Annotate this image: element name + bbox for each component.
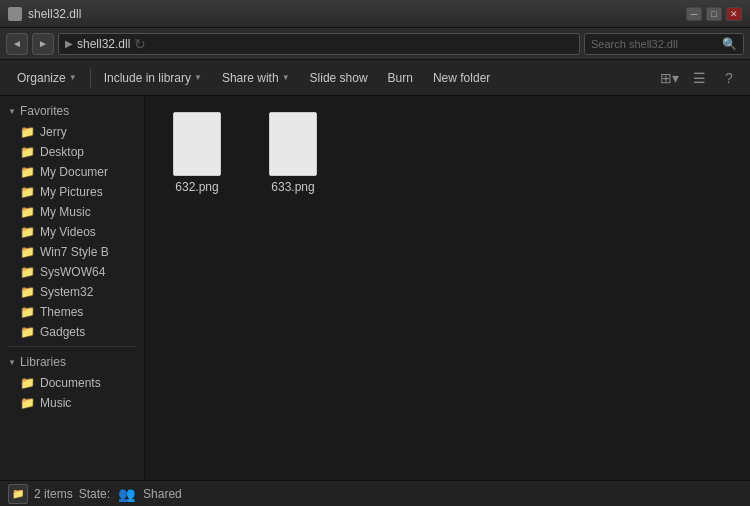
path-icon: ▶ [65,38,73,49]
status-bar: 📁 2 items State: 👥 Shared [0,480,750,506]
shared-icon: 👥 [118,486,135,502]
sidebar-label-mydocuments: My Documer [40,165,108,179]
sidebar-item-myvideos[interactable]: 📁 My Videos [0,222,144,242]
file-area: 632.png 633.png [145,96,750,480]
search-icon: 🔍 [722,37,737,51]
include-in-library-button[interactable]: Include in library ▼ [95,65,211,91]
folder-icon-documents: 📁 [20,376,35,390]
sidebar-label-desktop: Desktop [40,145,84,159]
forward-button[interactable]: ► [32,33,54,55]
file-item-633[interactable]: 633.png [253,108,333,198]
title-bar: shell32.dll ─ □ ✕ [0,0,750,28]
sidebar-divider-1 [8,346,136,347]
sidebar-item-system32[interactable]: 📁 System32 [0,282,144,302]
sidebar-label-myvideos: My Videos [40,225,96,239]
window-title: shell32.dll [28,7,81,21]
folder-icon-mydocuments: 📁 [20,165,35,179]
title-bar-left: shell32.dll [8,7,81,21]
file-name-632: 632.png [175,180,218,194]
minimize-button[interactable]: ─ [686,7,702,21]
toolbar-separator-1 [90,68,91,88]
toolbar: Organize ▼ Include in library ▼ Share wi… [0,60,750,96]
favorites-label: Favorites [20,104,69,118]
folder-icon-mymusic: 📁 [20,205,35,219]
libraries-chevron: ▼ [8,358,16,367]
folder-icon-jerry: 📁 [20,125,35,139]
libraries-group[interactable]: ▼ Libraries [0,351,144,373]
sidebar-label-syswow64: SysWOW64 [40,265,105,279]
state-label: State: [79,487,110,501]
favorites-group[interactable]: ▼ Favorites [0,100,144,122]
sidebar-item-syswow64[interactable]: 📁 SysWOW64 [0,262,144,282]
file-name-633: 633.png [271,180,314,194]
path-text: shell32.dll [77,37,130,51]
folder-icon-themes: 📁 [20,305,35,319]
share-label: Share with [222,71,279,85]
main-area: ▼ Favorites 📁 Jerry 📁 Desktop 📁 My Docum… [0,96,750,480]
help-icon: ? [725,70,733,86]
sidebar-label-music: Music [40,396,71,410]
sidebar-item-documents[interactable]: 📁 Documents [0,373,144,393]
folder-icon-music: 📁 [20,396,35,410]
include-arrow: ▼ [194,73,202,82]
sidebar-label-win7: Win7 Style B [40,245,109,259]
sidebar-label-system32: System32 [40,285,93,299]
folder-icon-desktop: 📁 [20,145,35,159]
sidebar-item-desktop[interactable]: 📁 Desktop [0,142,144,162]
sidebar-item-mypictures[interactable]: 📁 My Pictures [0,182,144,202]
sidebar-item-mymusic[interactable]: 📁 My Music [0,202,144,222]
share-with-button[interactable]: Share with ▼ [213,65,299,91]
burn-label: Burn [388,71,413,85]
shared-label: Shared [143,487,182,501]
favorites-chevron: ▼ [8,107,16,116]
sidebar-item-win7[interactable]: 📁 Win7 Style B [0,242,144,262]
folder-icon-gadgets: 📁 [20,325,35,339]
organize-arrow: ▼ [69,73,77,82]
back-button[interactable]: ◄ [6,33,28,55]
item-count: 2 items [34,487,73,501]
sidebar-label-documents: Documents [40,376,101,390]
search-placeholder: Search shell32.dll [591,38,678,50]
help-button[interactable]: ? [716,65,742,91]
include-label: Include in library [104,71,191,85]
window-controls: ─ □ ✕ [686,7,742,21]
sidebar-label-mypictures: My Pictures [40,185,103,199]
burn-button[interactable]: Burn [379,65,422,91]
new-folder-label: New folder [433,71,490,85]
sidebar-item-jerry[interactable]: 📁 Jerry [0,122,144,142]
refresh-icon[interactable]: ↻ [134,36,146,52]
new-folder-button[interactable]: New folder [424,65,499,91]
toolbar-right: ⊞▾ ☰ ? [656,65,742,91]
share-arrow: ▼ [282,73,290,82]
maximize-button[interactable]: □ [706,7,722,21]
sidebar-label-mymusic: My Music [40,205,91,219]
file-item-632[interactable]: 632.png [157,108,237,198]
sidebar: ▼ Favorites 📁 Jerry 📁 Desktop 📁 My Docum… [0,96,145,480]
address-path[interactable]: ▶ shell32.dll ↻ [58,33,580,55]
folder-icon-mypictures: 📁 [20,185,35,199]
app-icon [8,7,22,21]
libraries-label: Libraries [20,355,66,369]
organize-label: Organize [17,71,66,85]
close-button[interactable]: ✕ [726,7,742,21]
folder-icon-myvideos: 📁 [20,225,35,239]
sidebar-item-mydocuments[interactable]: 📁 My Documer [0,162,144,182]
sidebar-label-gadgets: Gadgets [40,325,85,339]
search-box[interactable]: Search shell32.dll 🔍 [584,33,744,55]
view-dropdown-button[interactable]: ⊞▾ [656,65,682,91]
folder-icon-win7: 📁 [20,245,35,259]
file-thumbnail-632 [173,112,221,176]
details-view-button[interactable]: ☰ [686,65,712,91]
file-thumbnail-633 [269,112,317,176]
sidebar-item-music[interactable]: 📁 Music [0,393,144,413]
sidebar-item-themes[interactable]: 📁 Themes [0,302,144,322]
folder-icon-system32: 📁 [20,285,35,299]
sidebar-label-themes: Themes [40,305,83,319]
address-bar: ◄ ► ▶ shell32.dll ↻ Search shell32.dll 🔍 [0,28,750,60]
status-folder-icon: 📁 [8,484,28,504]
slideshow-label: Slide show [310,71,368,85]
organize-button[interactable]: Organize ▼ [8,65,86,91]
slide-show-button[interactable]: Slide show [301,65,377,91]
folder-icon-syswow64: 📁 [20,265,35,279]
sidebar-item-gadgets[interactable]: 📁 Gadgets [0,322,144,342]
